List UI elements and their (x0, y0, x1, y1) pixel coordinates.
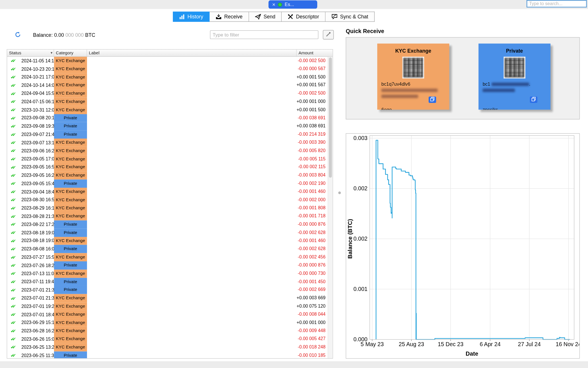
category-badge: Private (54, 245, 87, 253)
tab-sync-chat[interactable]: Sync & Chat (326, 12, 375, 22)
filter-input[interactable] (210, 30, 318, 39)
redacted-address-segment (492, 83, 529, 86)
quick-receive-panel: KYC Exchange bc1q7uv4dlv6 6ego Private b… (346, 37, 580, 119)
close-icon[interactable]: × (272, 2, 275, 7)
receive-address: bc1 . (483, 81, 546, 93)
paper-plane-icon (255, 14, 261, 20)
refresh-button[interactable] (9, 30, 26, 39)
table-row[interactable]: ✔✔2023-07-13 11:01KYC Exchange-0.00 000 … (7, 269, 328, 277)
balance-chart-svg: 5 May 2325 Aug 2315 Dec 236 Apr 2427 Jul… (346, 134, 579, 358)
tx-date: 2024-09-04 15:54 (21, 91, 57, 96)
category-badge: KYC Exchange (54, 65, 87, 73)
tx-date: 2023-09-08 20:17 (21, 116, 57, 121)
status-cell: ✔✔2023-06-26 15:02 (7, 335, 54, 343)
status-cell: ✔✔2023-07-01 19:27 (7, 302, 54, 310)
tab-send[interactable]: Send (249, 12, 282, 22)
tx-date: 2023-07-01 18:44 (21, 312, 57, 317)
double-check-icon: ✔✔ (11, 246, 20, 252)
table-row[interactable]: ✔✔2023-06-26 15:02KYC Exchange-0.00 005 … (7, 335, 328, 343)
table-row[interactable]: ✔✔2023-07-27 15:52KYC Exchange-0.00 002 … (7, 253, 328, 261)
tx-date: 2023-08-30 16:50 (21, 197, 57, 202)
table-row[interactable]: ✔✔2023-07-01 18:44KYC Exchange-0.00 008 … (7, 310, 328, 319)
filter-settings-button[interactable] (323, 30, 334, 39)
window-tab[interactable]: × Es... (268, 0, 317, 9)
copy-address-button[interactable] (530, 97, 537, 103)
table-row[interactable]: ✔✔2023-09-05 16:21KYC Exchange-0.00 003 … (7, 171, 328, 179)
category-badge: KYC Exchange (54, 106, 87, 114)
copy-icon (430, 97, 435, 103)
column-label: Amount (299, 51, 314, 55)
table-row[interactable]: ✔✔2023-08-08 16:07Private-0.00 002 628 (7, 245, 328, 253)
table-row[interactable]: ✔✔2023-06-25 13:24KYC Exchange-0.00 018 … (7, 343, 328, 351)
table-row[interactable]: ✔✔2024-10-23 20:18KYC Exchange-0.00 000 … (7, 65, 328, 73)
wallet-window: × Es... History Receive Send Descriptor … (0, 0, 588, 368)
table-row[interactable]: ✔✔2023-07-01 21:30Private-0.00 002 669 (7, 286, 328, 294)
amount-cell: -0.00 002 628 (296, 245, 328, 253)
table-row[interactable]: ✔✔2023-07-01 19:27KYC Exchange+0.00 075 … (7, 302, 328, 310)
tab-descriptor[interactable]: Descriptor (282, 12, 325, 22)
tab-history[interactable]: History (173, 12, 210, 22)
table-row[interactable]: ✔✔2023-08-30 16:50KYC Exchange-0.00 002 … (7, 196, 328, 204)
category-badge: Private (54, 261, 87, 269)
amount-cell: -0.00 038 691 (296, 114, 328, 122)
table-row[interactable]: ✔✔2023-07-01 21:30KYC Exchange+0.00 003 … (7, 294, 328, 302)
column-header-amount[interactable]: Amount (297, 49, 328, 56)
table-row[interactable]: ✔✔2023-08-18 19:09Private-0.00 002 628 (7, 229, 328, 237)
caret-down-icon[interactable]: ▾ (51, 49, 53, 56)
table-row[interactable]: ✔✔2024-07-15 06:12KYC Exchange+0.00 001 … (7, 98, 328, 106)
double-check-icon: ✔✔ (11, 156, 20, 162)
status-cell: ✔✔2023-09-07 21:44 (7, 130, 54, 138)
table-row[interactable]: ✔✔2023-08-29 16:14KYC Exchange-0.00 001 … (7, 204, 328, 212)
table-row[interactable]: ✔✔2023-06-25 11:38Private-0.00 010 185 (7, 351, 328, 358)
column-header-category[interactable]: Category (54, 49, 87, 56)
table-row[interactable]: ✔✔2024-09-04 15:54KYC Exchange-0.00 002 … (7, 89, 328, 97)
tab-receive[interactable]: Receive (210, 12, 249, 22)
table-row[interactable]: ✔✔2023-06-28 16:29KYC Exchange-0.00 009 … (7, 327, 328, 335)
receive-card-kyc-exchange[interactable]: KYC Exchange bc1q7uv4dlv6 6ego (377, 44, 449, 110)
tx-date: 2023-09-07 13:17 (21, 140, 57, 145)
address-dot: . (529, 81, 530, 87)
scrollbar-thumb[interactable] (329, 57, 332, 178)
double-check-icon: ✔✔ (11, 91, 20, 97)
table-row[interactable]: ✔✔2023-09-07 21:44Private-0.00 214 319 (7, 130, 328, 138)
label-cell (87, 57, 296, 65)
table-row[interactable]: ✔✔2023-08-18 19:09KYC Exchange-0.00 001 … (7, 237, 328, 245)
table-row[interactable]: ✔✔2023-09-08 19:32Private+0.00 038 691 (7, 122, 328, 130)
table-row[interactable]: ✔✔2023-09-07 13:17KYC Exchange-0.00 003 … (7, 139, 328, 147)
table-row[interactable]: ✔✔2023-09-05 15:48Private-0.00 002 190 (7, 179, 328, 187)
table-row[interactable]: ✔✔2023-09-08 20:17Private-0.00 038 691 (7, 114, 328, 122)
table-row[interactable]: ✔✔2024-11-05 14:13KYC Exchange-0.00 002 … (7, 57, 328, 65)
double-check-icon: ✔✔ (11, 336, 20, 342)
amount-cell: -0.00 001 718 (296, 212, 328, 220)
label-cell (87, 188, 296, 196)
table-scrollbar[interactable] (328, 57, 333, 358)
table-row[interactable]: ✔✔2023-09-05 17:03KYC Exchange-0.00 005 … (7, 155, 328, 163)
amount-cell: -0.00 010 185 (296, 351, 328, 358)
table-row[interactable]: ✔✔2023-08-22 17:28Private-0.00 000 876 (7, 221, 328, 229)
svg-text:0.001: 0.001 (353, 286, 368, 292)
table-row[interactable]: ✔✔2023-10-31 12:09KYC Exchange+0.00 001 … (7, 106, 328, 114)
double-check-icon: ✔✔ (11, 304, 20, 309)
table-row[interactable]: ✔✔2023-07-11 19:47Private-0.00 001 450 (7, 278, 328, 286)
tx-date: 2024-11-05 14:13 (21, 58, 57, 63)
category-badge: Private (54, 114, 87, 122)
label-cell (87, 278, 296, 286)
column-header-status[interactable]: Status ▾ (7, 49, 54, 56)
receive-card-private[interactable]: Private bc1 . zpcsiks (479, 44, 551, 110)
column-header-label[interactable]: Label (87, 49, 297, 56)
double-check-icon: ✔✔ (11, 58, 20, 64)
table-row[interactable]: ✔✔2024-10-21 17:01KYC Exchange+0.00 001 … (7, 73, 328, 81)
table-row[interactable]: ✔✔2024-10-14 14:03KYC Exchange+0.00 001 … (7, 81, 328, 89)
double-check-icon: ✔✔ (11, 344, 20, 350)
copy-address-button[interactable] (429, 97, 436, 103)
table-row[interactable]: ✔✔2023-09-04 18:46KYC Exchange-0.00 001 … (7, 188, 328, 196)
table-row[interactable]: ✔✔2023-08-28 21:35KYC Exchange-0.00 001 … (7, 212, 328, 220)
label-cell (87, 98, 296, 106)
table-row[interactable]: ✔✔2023-09-05 16:54KYC Exchange-0.00 002 … (7, 163, 328, 171)
double-check-icon: ✔✔ (11, 132, 20, 137)
table-row[interactable]: ✔✔2023-07-26 18:26Private-0.00 000 876 (7, 261, 328, 269)
search-input[interactable] (527, 0, 587, 7)
table-row[interactable]: ✔✔2023-06-29 15:17KYC Exchange+0.00 001 … (7, 319, 328, 327)
pane-splitter[interactable] (338, 191, 341, 194)
table-row[interactable]: ✔✔2023-09-06 16:22KYC Exchange-0.00 005 … (7, 147, 328, 155)
